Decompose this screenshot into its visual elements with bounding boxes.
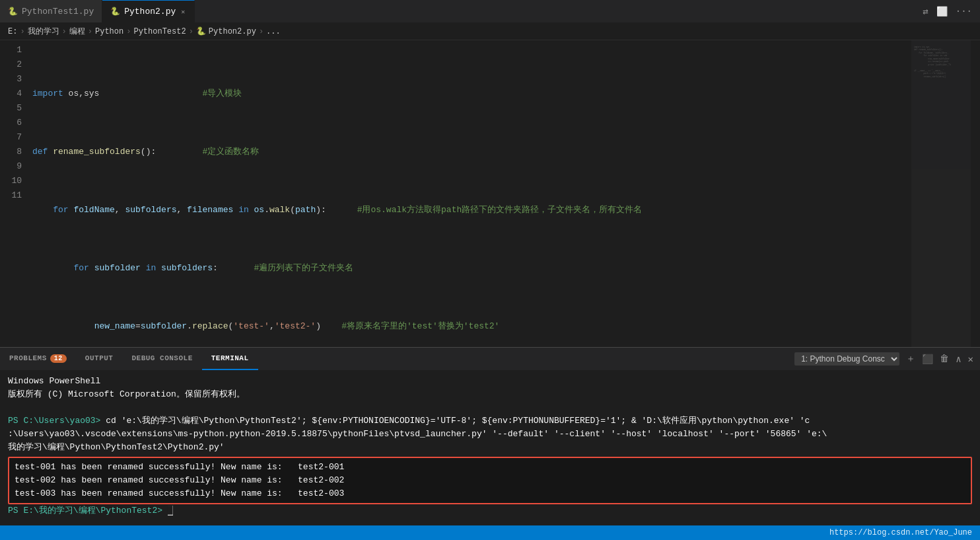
tab-output[interactable]: OUTPUT	[76, 348, 123, 370]
breadcrumb-dir2[interactable]: 编程	[69, 26, 85, 37]
code-line-5: new_name=subfolder.replace('test-','test…	[30, 319, 911, 334]
breadcrumb: E: › 我的学习 › 编程 › Python › PythonTest2 › …	[0, 23, 980, 40]
editor-area: 1 2 3 4 5 6 7 8 9 10 11 import os,sys #导…	[0, 40, 980, 347]
tab-terminal[interactable]: TERMINAL	[202, 348, 258, 370]
tab-pythontest1[interactable]: 🐍 PythonTest1.py	[0, 0, 102, 22]
line-numbers: 1 2 3 4 5 6 7 8 9 10 11	[0, 40, 30, 347]
layout-button[interactable]: ⬜	[936, 6, 948, 17]
terminal-prompt: PS E:\我的学习\编程\PythonTest2> █	[8, 504, 972, 518]
maximize-panel-button[interactable]: ∧	[956, 354, 961, 365]
terminal-line-6: 我的学习\编程\Python\PythonTest2\Python2.py'	[8, 441, 972, 454]
tab-problems[interactable]: PROBLEMS 12	[0, 348, 76, 370]
scrollbar[interactable]	[971, 40, 980, 347]
tab-label-2: Python2.py	[124, 7, 176, 17]
code-line-3: for foldName, subfolders, filenames in o…	[30, 203, 911, 217]
panel-actions: 1: Python Debug Consc ＋ ⬛ 🗑 ∧ ✕	[794, 352, 980, 366]
breadcrumb-dir3[interactable]: Python	[95, 27, 123, 36]
terminal-output-1: test-001 has been renamed successfully! …	[15, 461, 965, 474]
debug-console-label: DEBUG CONSOLE	[131, 354, 192, 362]
tab-action-area: ⇄ ⬜ ···	[923, 6, 980, 17]
delete-terminal-button[interactable]: 🗑	[940, 354, 949, 364]
split-terminal-button[interactable]: ⬛	[922, 354, 933, 365]
tab-close-button[interactable]: ✕	[180, 7, 186, 17]
output-label: OUTPUT	[85, 354, 114, 362]
code-line-2: def rename_subfolders(): #定义函数名称	[30, 145, 911, 159]
more-actions-button[interactable]: ···	[956, 6, 972, 17]
problems-badge: 12	[50, 354, 67, 363]
tab-python2[interactable]: 🐍 Python2.py ✕	[102, 0, 195, 22]
code-line-1: import os,sys #导入模块	[30, 87, 911, 101]
panel: PROBLEMS 12 OUTPUT DEBUG CONSOLE TERMINA…	[0, 347, 980, 525]
breadcrumb-drive: E:	[8, 27, 17, 36]
python-icon-2: 🐍	[110, 7, 120, 17]
terminal-line-2: 版权所有 (C) Microsoft Corporation。保留所有权利。	[8, 388, 972, 401]
panel-tab-bar: PROBLEMS 12 OUTPUT DEBUG CONSOLE TERMINA…	[0, 348, 980, 371]
terminal-label: TERMINAL	[211, 354, 249, 362]
breadcrumb-more[interactable]: ...	[266, 27, 281, 36]
terminal-content[interactable]: Windows PowerShell 版权所有 (C) Microsoft Co…	[0, 371, 980, 525]
breadcrumb-file[interactable]: Python2.py	[209, 27, 256, 36]
breadcrumb-file-icon: 🐍	[196, 26, 206, 36]
minimap: import os,sys def rename_subfolders(): f…	[911, 40, 971, 347]
minimap-content: import os,sys def rename_subfolders(): f…	[911, 40, 971, 85]
breadcrumb-dir1[interactable]: 我的学习	[28, 26, 59, 37]
tab-label-1: PythonTest1.py	[22, 7, 94, 17]
terminal-line-4: PS C:\Users\yao03> cd 'e:\我的学习\编程\Python…	[8, 414, 972, 428]
terminal-line-1: Windows PowerShell	[8, 375, 972, 388]
code-line-4: for subfolder in subfolders: #遍历列表下的子文件夹…	[30, 261, 911, 276]
tab-bar: 🐍 PythonTest1.py 🐍 Python2.py ✕ ⇄ ⬜ ···	[0, 0, 980, 23]
terminal-output-highlight: test-001 has been renamed successfully! …	[8, 457, 972, 504]
terminal-output-3: test-003 has been renamed successfully! …	[15, 487, 965, 500]
terminal-select[interactable]: 1: Python Debug Consc	[794, 352, 899, 366]
python-icon-1: 🐍	[8, 7, 18, 17]
status-url: https://blog.csdn.net/Yao_June	[829, 528, 972, 537]
problems-label: PROBLEMS	[9, 354, 47, 362]
close-panel-button[interactable]: ✕	[968, 354, 973, 365]
add-terminal-button[interactable]: ＋	[906, 353, 915, 365]
status-bar: https://blog.csdn.net/Yao_June	[0, 525, 980, 540]
editor-content: 1 2 3 4 5 6 7 8 9 10 11 import os,sys #导…	[0, 40, 911, 347]
tab-list: 🐍 PythonTest1.py 🐍 Python2.py ✕	[0, 0, 195, 22]
terminal-line-5: :\Users\yao03\.vscode\extensions\ms-pyth…	[8, 428, 972, 441]
code-editor[interactable]: import os,sys #导入模块 def rename_subfolder…	[30, 40, 911, 347]
terminal-output-2: test-002 has been renamed successfully! …	[15, 474, 965, 487]
tab-debug-console[interactable]: DEBUG CONSOLE	[122, 348, 201, 370]
split-editor-button[interactable]: ⇄	[923, 6, 928, 17]
breadcrumb-dir4[interactable]: PythonTest2	[133, 27, 186, 36]
panel-tab-list: PROBLEMS 12 OUTPUT DEBUG CONSOLE TERMINA…	[0, 348, 258, 370]
terminal-line-3	[8, 401, 972, 414]
